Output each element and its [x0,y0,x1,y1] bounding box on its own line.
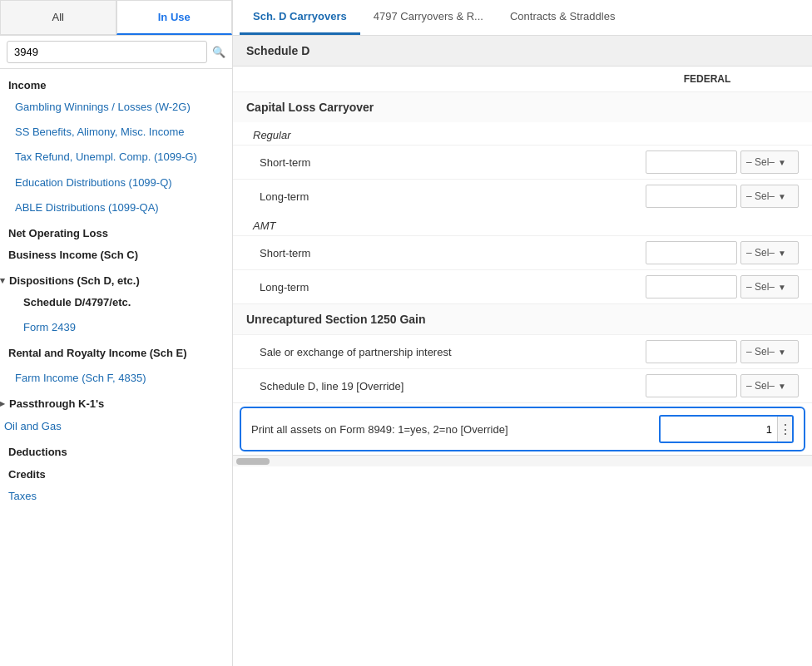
sidebar-item-education[interactable]: Education Distributions (1099-Q) [0,170,232,195]
unrecaptured-1250-section: Unrecaptured Section 1250 Gain Sale or e… [233,304,812,403]
select-arrow-icon2: ▼ [778,192,786,201]
regular-short-term-input[interactable] [646,150,737,174]
schedule-d-title: Schedule D [233,36,812,67]
sidebar-item-form-2439[interactable]: Form 2439 [0,315,232,340]
schedule-d-line19-label: Schedule D, line 19 [Override] [246,380,616,392]
amt-short-term-input[interactable] [646,241,737,264]
regular-long-term-select[interactable]: – Sel– ▼ [740,185,799,208]
passthrough-header[interactable]: Passthrough K-1's [0,391,232,413]
sidebar-item-able[interactable]: ABLE Distributions (1099-QA) [0,195,232,220]
main-form-content: Schedule D FEDERAL Capital Loss Carryove… [233,36,812,666]
sidebar: All In Use 🔍 Income Gambling Winnings / … [0,0,233,666]
select-arrow-icon6: ▼ [778,382,786,391]
amt-short-term-label: Short-term [246,247,616,259]
net-op-loss-header: Net Operating Loss [0,220,232,243]
print-assets-input[interactable] [661,417,777,442]
regular-long-term-input[interactable] [646,185,737,208]
unrecaptured-1250-header: Unrecaptured Section 1250 Gain [233,304,812,334]
schedule-d-line19-select[interactable]: – Sel– ▼ [740,374,799,397]
sidebar-item-gambling[interactable]: Gambling Winnings / Losses (W-2G) [0,95,232,120]
passthrough-label: Passthrough K-1's [9,397,104,410]
regular-short-term-inputs: – Sel– ▼ [616,150,799,174]
print-assets-label: Print all assets on Form 8949: 1=yes, 2=… [251,423,659,436]
sidebar-item-taxes[interactable]: Taxes [0,484,232,509]
select-arrow-icon3: ▼ [778,249,786,258]
column-header-row: FEDERAL [233,67,812,92]
tab-sch-d-carryovers[interactable]: Sch. D Carryovers [240,0,360,35]
schedule-d-line19-input[interactable] [646,374,737,397]
regular-long-term-inputs: – Sel– ▼ [616,185,799,208]
regular-short-term-label: Short-term [246,156,616,169]
sidebar-tabs: All In Use [0,0,232,36]
schedule-d-line19-row: Schedule D, line 19 [Override] – Sel– ▼ [233,368,812,402]
sidebar-item-ss-benefits[interactable]: SS Benefits, Alimony, Misc. Income [0,120,232,145]
regular-long-term-row: Long-term – Sel– ▼ [233,179,812,213]
select-arrow-icon4: ▼ [778,283,786,292]
regular-short-term-row: Short-term – Sel– ▼ [233,145,812,179]
capital-loss-carryover-header: Capital Loss Carryover [233,92,812,122]
amt-long-term-select[interactable]: – Sel– ▼ [740,275,799,298]
horizontal-scrollbar[interactable] [233,455,812,466]
main-tabs: Sch. D Carryovers 4797 Carryovers & R...… [233,0,812,36]
dispositions-label: Dispositions (Sch D, etc.) [9,274,140,287]
sidebar-nav: Income Gambling Winnings / Losses (W-2G)… [0,69,232,666]
deductions-header: Deductions [0,439,232,461]
sidebar-item-business-income[interactable]: Business Income (Sch C) [0,243,232,268]
input-options-button[interactable]: ⋮ [777,417,792,442]
scrollbar-thumb[interactable] [236,458,270,465]
sidebar-item-tax-refund[interactable]: Tax Refund, Unempl. Comp. (1099-G) [0,145,232,170]
sale-exchange-select[interactable]: – Sel– ▼ [740,340,799,363]
sale-exchange-label: Sale or exchange of partnership interest [246,346,616,358]
select-arrow-icon: ▼ [778,158,786,167]
regular-short-term-select[interactable]: – Sel– ▼ [740,150,799,174]
capital-loss-carryover-section: Capital Loss Carryover Regular Short-ter… [233,92,812,304]
search-input[interactable] [7,41,207,63]
tab-contracts-straddles[interactable]: Contracts & Straddles [497,0,628,35]
amt-long-term-label: Long-term [246,281,616,294]
tab-in-use[interactable]: In Use [116,0,233,35]
dispositions-header[interactable]: Dispositions (Sch D, etc.) [0,268,232,290]
print-assets-row: Print all assets on Form 8949: 1=yes, 2=… [240,407,805,451]
amt-subsection-header: AMT [233,213,812,235]
select-arrow-icon5: ▼ [778,348,786,357]
sidebar-item-rental[interactable]: Rental and Royalty Income (Sch E) [0,341,232,366]
main-content-area: Sch. D Carryovers 4797 Carryovers & R...… [233,0,812,666]
amt-short-term-inputs: – Sel– ▼ [616,241,799,264]
regular-subsection-header: Regular [233,122,812,145]
print-assets-input-wrap: ⋮ [659,415,794,443]
amt-long-term-row: Long-term – Sel– ▼ [233,269,812,303]
sale-exchange-row: Sale or exchange of partnership interest… [233,334,812,368]
tab-4797-carryovers[interactable]: 4797 Carryovers & R... [360,0,497,35]
amt-short-term-select[interactable]: – Sel– ▼ [740,241,799,264]
regular-long-term-label: Long-term [246,190,616,203]
credits-header: Credits [0,461,232,484]
oil-gas-item[interactable]: Oil and Gas [0,413,232,436]
tab-all[interactable]: All [0,0,116,35]
sidebar-search-bar: 🔍 [0,36,232,69]
sale-exchange-input[interactable] [646,340,737,363]
sale-exchange-inputs: – Sel– ▼ [616,340,799,363]
amt-long-term-inputs: – Sel– ▼ [616,275,799,298]
sidebar-item-farm-income[interactable]: Farm Income (Sch F, 4835) [0,366,232,391]
amt-short-term-row: Short-term – Sel– ▼ [233,235,812,269]
sidebar-item-schedule-d[interactable]: Schedule D/4797/etc. [0,290,232,315]
schedule-d-line19-inputs: – Sel– ▼ [616,374,799,397]
search-icon[interactable]: 🔍 [212,46,225,58]
income-header: Income [0,72,232,95]
federal-column-header: FEDERAL [616,73,799,85]
amt-long-term-input[interactable] [646,275,737,298]
